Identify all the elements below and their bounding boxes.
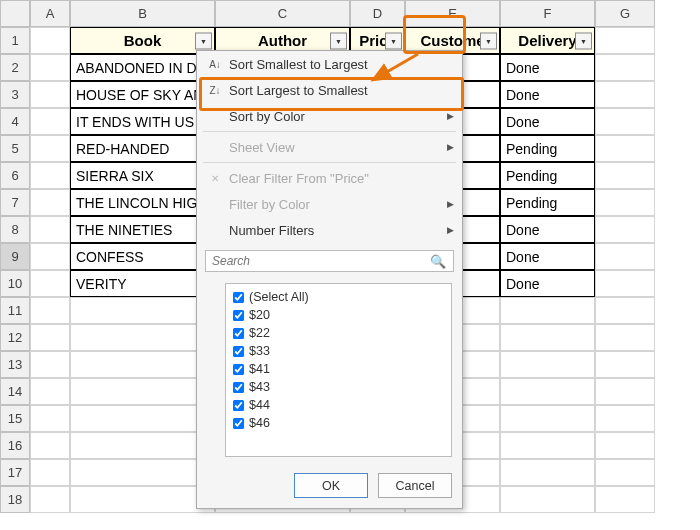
filter-value[interactable]: $43 — [232, 378, 445, 396]
row-head[interactable]: 7 — [0, 189, 30, 216]
cell[interactable] — [70, 324, 215, 351]
cell[interactable] — [30, 297, 70, 324]
cell[interactable] — [30, 216, 70, 243]
checkbox[interactable] — [233, 291, 244, 302]
cell[interactable] — [70, 486, 215, 513]
filter-value[interactable]: $22 — [232, 324, 445, 342]
number-filters[interactable]: Number Filters ▶ — [197, 217, 462, 243]
cell[interactable] — [70, 351, 215, 378]
header-book[interactable]: Book▼ — [70, 27, 215, 54]
cell[interactable] — [70, 378, 215, 405]
checkbox[interactable] — [233, 345, 244, 356]
cell-delivery[interactable]: Done — [500, 108, 595, 135]
row-head[interactable]: 6 — [0, 162, 30, 189]
row-head[interactable]: 10 — [0, 270, 30, 297]
row-head[interactable]: 3 — [0, 81, 30, 108]
cell-delivery[interactable]: Pending — [500, 135, 595, 162]
sort-descending[interactable]: Z↓ Sort Largest to Smallest — [197, 77, 462, 103]
cell-delivery[interactable]: Pending — [500, 162, 595, 189]
cell-book[interactable]: THE NINETIES — [70, 216, 215, 243]
filter-dropdown-icon[interactable]: ▼ — [195, 32, 212, 49]
cell[interactable] — [30, 108, 70, 135]
row-head[interactable]: 11 — [0, 297, 30, 324]
cell-book[interactable]: SIERRA SIX — [70, 162, 215, 189]
sort-ascending[interactable]: A↓ Sort Smallest to Largest — [197, 51, 462, 77]
cell[interactable] — [500, 405, 595, 432]
cell[interactable] — [30, 432, 70, 459]
checkbox[interactable] — [233, 327, 244, 338]
cell[interactable] — [30, 324, 70, 351]
cell[interactable] — [30, 54, 70, 81]
filter-value[interactable]: $33 — [232, 342, 445, 360]
row-head[interactable]: 5 — [0, 135, 30, 162]
cell[interactable] — [500, 459, 595, 486]
cell-book[interactable]: CONFESS — [70, 243, 215, 270]
cell[interactable] — [595, 81, 655, 108]
row-head[interactable]: 15 — [0, 405, 30, 432]
cell[interactable] — [70, 297, 215, 324]
cell[interactable] — [595, 54, 655, 81]
col-head-E[interactable]: E — [405, 0, 500, 27]
row-head[interactable]: 18 — [0, 486, 30, 513]
checkbox[interactable] — [233, 417, 244, 428]
row-head[interactable]: 14 — [0, 378, 30, 405]
col-head-F[interactable]: F — [500, 0, 595, 27]
checkbox[interactable] — [233, 381, 244, 392]
filter-value[interactable]: $20 — [232, 306, 445, 324]
cell-G1[interactable] — [595, 27, 655, 54]
cell-book[interactable]: ABANDONED IN DE — [70, 54, 215, 81]
cell[interactable] — [595, 297, 655, 324]
checkbox[interactable] — [233, 309, 244, 320]
cell-book[interactable]: HOUSE OF SKY AND — [70, 81, 215, 108]
cell[interactable] — [30, 405, 70, 432]
cell[interactable] — [30, 486, 70, 513]
cell[interactable] — [30, 378, 70, 405]
cell[interactable] — [30, 162, 70, 189]
cell-book[interactable]: RED-HANDED — [70, 135, 215, 162]
filter-dropdown-icon[interactable]: ▼ — [385, 32, 402, 49]
row-head-1[interactable]: 1 — [0, 27, 30, 54]
header-delivery[interactable]: Delivery▼ — [500, 27, 595, 54]
filter-value[interactable]: $44 — [232, 396, 445, 414]
select-all-corner[interactable] — [0, 0, 30, 27]
filter-value[interactable]: $46 — [232, 414, 445, 432]
filter-dropdown-icon[interactable]: ▼ — [575, 32, 592, 49]
cell-book[interactable]: THE LINCOLN HIGH — [70, 189, 215, 216]
col-head-B[interactable]: B — [70, 0, 215, 27]
cell-delivery[interactable]: Done — [500, 216, 595, 243]
col-head-G[interactable]: G — [595, 0, 655, 27]
cell[interactable] — [595, 216, 655, 243]
cell[interactable] — [500, 486, 595, 513]
ok-button[interactable]: OK — [294, 473, 368, 498]
row-head[interactable]: 16 — [0, 432, 30, 459]
cell[interactable] — [595, 189, 655, 216]
checkbox[interactable] — [233, 363, 244, 374]
cell[interactable] — [595, 432, 655, 459]
row-head[interactable]: 17 — [0, 459, 30, 486]
cell[interactable] — [30, 189, 70, 216]
cell-A1[interactable] — [30, 27, 70, 54]
cell[interactable] — [30, 351, 70, 378]
cell[interactable] — [595, 324, 655, 351]
col-head-A[interactable]: A — [30, 0, 70, 27]
cell[interactable] — [70, 432, 215, 459]
filter-dropdown-icon[interactable]: ▼ — [330, 32, 347, 49]
cell[interactable] — [30, 270, 70, 297]
cell-book[interactable]: VERITY — [70, 270, 215, 297]
filter-dropdown-icon[interactable]: ▼ — [480, 32, 497, 49]
cell[interactable] — [595, 378, 655, 405]
filter-value-select-all[interactable]: (Select All) — [232, 288, 445, 306]
cell[interactable] — [595, 486, 655, 513]
row-head[interactable]: 9 — [0, 243, 30, 270]
cell[interactable] — [595, 135, 655, 162]
row-head[interactable]: 2 — [0, 54, 30, 81]
cell[interactable] — [595, 243, 655, 270]
cell[interactable] — [595, 108, 655, 135]
filter-value[interactable]: $41 — [232, 360, 445, 378]
cell[interactable] — [30, 135, 70, 162]
cell[interactable] — [595, 162, 655, 189]
cell-delivery[interactable]: Pending — [500, 189, 595, 216]
cell[interactable] — [500, 432, 595, 459]
cancel-button[interactable]: Cancel — [378, 473, 452, 498]
cell-delivery[interactable]: Done — [500, 81, 595, 108]
